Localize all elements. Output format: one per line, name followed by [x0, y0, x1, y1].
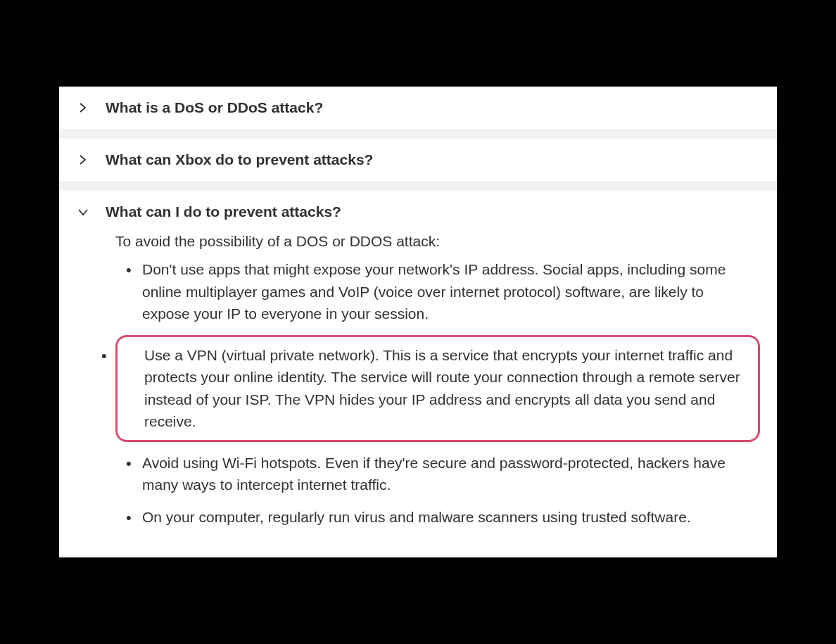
accordion-header-user-prevent[interactable]: What can I do to prevent attacks? [59, 191, 777, 233]
accordion-title: What can I do to prevent attacks? [106, 203, 341, 220]
bullet-list: Don't use apps that might expose your ne… [115, 258, 760, 528]
accordion-title: What is a DoS or DDoS attack? [106, 99, 323, 116]
list-item: On your computer, regularly run virus an… [142, 506, 760, 529]
accordion-header-xbox-prevent[interactable]: What can Xbox do to prevent attacks? [59, 139, 777, 181]
list-item: Avoid using Wi-Fi hotspots. Even if they… [142, 452, 760, 496]
list-item: Don't use apps that might expose your ne… [142, 258, 760, 325]
accordion-item-dos-ddos: What is a DoS or DDoS attack? [59, 87, 777, 129]
intro-text: To avoid the possibility of a DOS or DDO… [115, 233, 760, 250]
accordion-item-xbox-prevent: What can Xbox do to prevent attacks? [59, 139, 777, 181]
list-item-highlighted: Use a VPN (virtual private network). Thi… [115, 335, 760, 442]
accordion-body: To avoid the possibility of a DOS or DDO… [59, 233, 777, 557]
accordion-container: What is a DoS or DDoS attack? What can X… [59, 87, 777, 557]
accordion-item-user-prevent: What can I do to prevent attacks? To avo… [59, 191, 777, 557]
chevron-right-icon [76, 101, 90, 115]
chevron-down-icon [76, 205, 90, 219]
chevron-right-icon [76, 153, 90, 167]
accordion-header-dos-ddos[interactable]: What is a DoS or DDoS attack? [59, 87, 777, 129]
accordion-title: What can Xbox do to prevent attacks? [106, 151, 373, 168]
